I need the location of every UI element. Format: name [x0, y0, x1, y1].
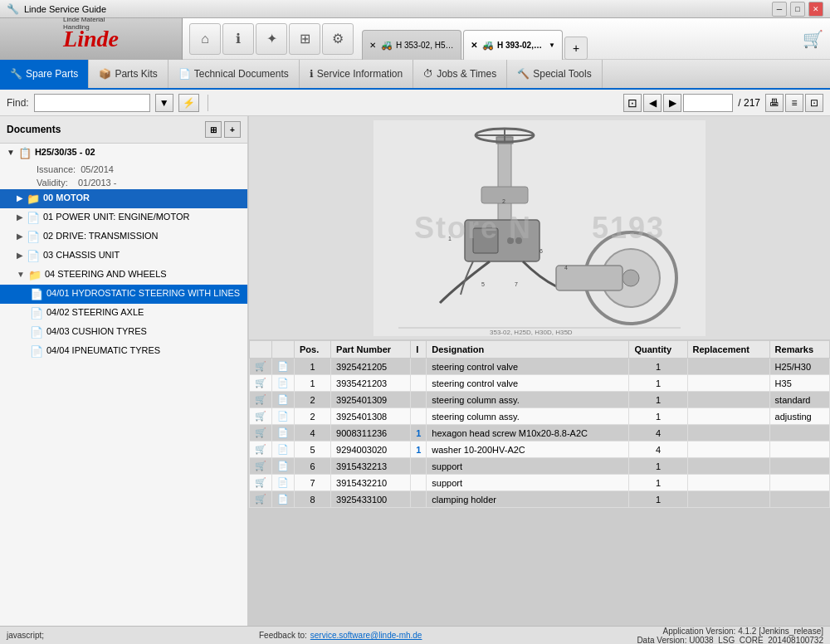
tab-jobs-times[interactable]: ⏱ Jobs & Times	[413, 60, 507, 88]
indicator-cell	[411, 458, 427, 475]
tab-technical-docs[interactable]: 📄 Technical Documents	[168, 60, 300, 88]
app-version: Application Version: 4.1.2 [Jenkins_rele…	[663, 627, 823, 636]
tree-item-power-unit[interactable]: ▶ 📄 01 POWER UNIT: ENGINE/MOTOR	[0, 208, 247, 227]
page-input[interactable]: 120	[683, 94, 733, 112]
cart-icon-cell[interactable]: 🛒	[250, 359, 272, 375]
tab-service-info[interactable]: ℹ Service Information	[300, 60, 413, 88]
tab2-icon: 🚜	[482, 40, 494, 51]
sidebar-btn-1[interactable]: ⊞	[205, 121, 222, 138]
grid-icon-btn[interactable]: ⊞	[289, 23, 320, 55]
cart-icon-cell[interactable]: 🛒	[250, 425, 272, 442]
thumbnail-button[interactable]: ⊡	[623, 94, 642, 112]
view-list-button[interactable]: ≡	[785, 94, 803, 112]
doc-icon-cell[interactable]: 📄	[272, 392, 295, 408]
logo-sub: Linde Material Handling	[63, 16, 119, 31]
print-button[interactable]: 🖶	[765, 94, 784, 112]
gear-icon-btn[interactable]: ⚙	[322, 23, 354, 55]
tree-item-steering-axle[interactable]: 📄 04/02 STEERING AXLE	[0, 304, 247, 323]
home-icon-btn[interactable]: ⌂	[189, 23, 221, 55]
tab-spare-parts[interactable]: 🔧 Spare Parts	[0, 60, 89, 88]
doc-icon-cell[interactable]: 📄	[272, 475, 295, 491]
spare-parts-label: Spare Parts	[26, 68, 78, 80]
cart-icon-cell[interactable]: 🛒	[250, 375, 272, 392]
service-info-label: Service Information	[317, 68, 403, 80]
tab-parts-kits[interactable]: 📦 Parts Kits	[89, 60, 168, 88]
tab1-close[interactable]: ✕	[369, 41, 376, 50]
page-total: / 217	[738, 97, 760, 109]
app-title: Linde Service Guide	[24, 4, 106, 14]
tree-item-cushion-tyres[interactable]: 📄 04/03 CUSHION TYRES	[0, 323, 247, 342]
tree-item-steering-wheels[interactable]: ▼ 📁 04 STEERING AND WHEELS	[0, 266, 247, 285]
pos-cell: 6	[295, 458, 331, 475]
cart-icon-cell[interactable]: 🛒	[250, 442, 272, 458]
replacement-cell	[687, 475, 769, 491]
cushion-label: 04/03 CUSHION TYRES	[46, 326, 147, 336]
cart-icon-cell[interactable]: 🛒	[250, 491, 272, 508]
add-tab-button[interactable]: +	[564, 37, 588, 60]
close-button[interactable]: ✕	[808, 2, 823, 17]
table-row: 🛒 📄 1 3935421203 steering control valve …	[250, 375, 830, 392]
remarks-cell: H25/H30	[769, 359, 829, 375]
part-number-cell: 3925401308	[331, 408, 411, 425]
tab2-close[interactable]: ✕	[471, 41, 477, 50]
view-grid-button[interactable]: ⊡	[805, 94, 823, 112]
indicator-cell	[411, 475, 427, 491]
next-button[interactable]: ▶	[663, 94, 681, 112]
h25-root-icon: 📋	[18, 147, 32, 159]
prev-button[interactable]: ◀	[643, 94, 662, 112]
steering-wheels-arrow: ▼	[17, 270, 25, 279]
tab2-label: H 393-02, H25D...	[497, 41, 544, 50]
replacement-cell	[687, 458, 769, 475]
tab-1[interactable]: ✕ 🚜 H 353-02, H50D...	[362, 30, 461, 60]
maximize-button[interactable]: □	[790, 2, 805, 17]
cart-icon-cell[interactable]: 🛒	[250, 475, 272, 491]
tab2-dropdown[interactable]: ▼	[549, 41, 555, 49]
doc-icon-cell[interactable]: 📄	[272, 375, 295, 392]
tab1-label: H 353-02, H50D...	[396, 41, 454, 50]
indicator-cell	[411, 375, 427, 392]
find-input[interactable]	[34, 94, 150, 112]
filter-button[interactable]: ▼	[155, 94, 173, 112]
issuance-date: 05/2014	[81, 164, 114, 174]
svg-text:6: 6	[540, 248, 543, 254]
remarks-cell	[769, 458, 829, 475]
chassis-icon: 📄	[27, 250, 40, 262]
main-content: Documents ⊞ + ▼ 📋 H25/30/35 - 02 Issuanc…	[0, 116, 830, 626]
cart-icon-cell[interactable]: 🛒	[250, 408, 272, 425]
feedback-email[interactable]: service.software@linde-mh.de	[310, 631, 422, 640]
tree-item-ipneumatic-tyres[interactable]: 📄 04/04 IPNEUMATIC TYRES	[0, 342, 247, 361]
info-icon-btn[interactable]: ℹ	[222, 23, 254, 55]
doc-icon-cell[interactable]: 📄	[272, 491, 295, 508]
tab-2[interactable]: ✕ 🚜 H 393-02, H25D... ▼	[463, 30, 563, 60]
doc-icon-cell[interactable]: 📄	[272, 458, 295, 475]
motor-label: 00 MOTOR	[43, 193, 90, 202]
tree-item-drive[interactable]: ▶ 📄 02 DRIVE: TRANSMISSION	[0, 227, 247, 246]
tree-item-chassis[interactable]: ▶ 📄 03 CHASSIS UNIT	[0, 246, 247, 266]
doc-icon-cell[interactable]: 📄	[272, 425, 295, 442]
designation-cell: hexagon head screw M10x20-8.8-A2C	[427, 425, 629, 442]
tab-special-tools[interactable]: 🔨 Special Tools	[507, 60, 603, 88]
tree-item-h25-root[interactable]: ▼ 📋 H25/30/35 - 02	[0, 144, 247, 163]
chassis-label: 03 CHASSIS UNIT	[43, 250, 120, 260]
wrench-icon-btn[interactable]: ✦	[256, 23, 287, 55]
doc-icon-cell[interactable]: 📄	[272, 359, 295, 375]
table-row: 🛒 📄 6 3915432213 support 1	[250, 458, 830, 475]
technical-docs-label: Technical Documents	[194, 68, 289, 80]
doc-icon-cell[interactable]: 📄	[272, 442, 295, 458]
data-version: Data Version: U0038_LSG_CORE_20140810073…	[637, 636, 823, 645]
part-number-cell: 3915432210	[331, 475, 411, 491]
tree-item-hydrostatic-steering[interactable]: 📄 04/01 HYDROSTATIC STEERING WITH LINES	[0, 285, 247, 304]
cart-icon-cell[interactable]: 🛒	[250, 392, 272, 408]
quantity-cell: 1	[629, 475, 687, 491]
cart-icon-cell[interactable]: 🛒	[250, 458, 272, 475]
minimize-button[interactable]: ─	[772, 2, 787, 17]
filter2-button[interactable]: ⚡	[178, 94, 199, 112]
pos-cell: 8	[295, 491, 331, 508]
cart-icon[interactable]: 🛒	[803, 29, 823, 49]
doc-icon-cell[interactable]: 📄	[272, 408, 295, 425]
pos-cell: 2	[295, 392, 331, 408]
col-indicator: I	[411, 341, 427, 359]
sidebar-btn-2[interactable]: +	[224, 121, 241, 138]
tree-item-motor[interactable]: ▶ 📁 00 MOTOR	[0, 189, 247, 208]
designation-cell: clamping holder	[427, 491, 629, 508]
